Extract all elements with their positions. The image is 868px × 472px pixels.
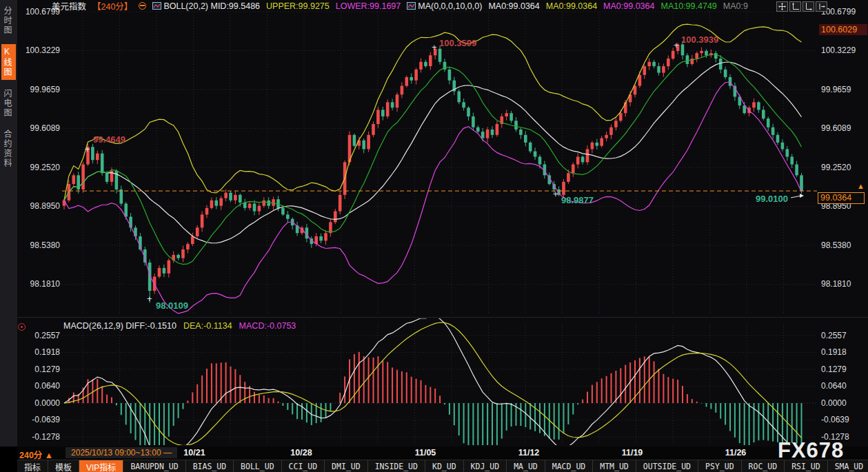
toolbar-tab-BOLL_UD[interactable]: BOLL_UD: [234, 460, 281, 472]
chart-window-controls: [776, 1, 827, 12]
macd-header-macd-diff: MACD(26,12,9) DIFF:-0.1510: [63, 321, 176, 331]
indicator-toolbar: 指标模板VIP指标BARUPDN_UDBIAS_UDBOLL_UDCCI_UDD…: [17, 460, 868, 472]
pan-right-icon[interactable]: [816, 1, 827, 12]
toolbar-tab-VIP指标[interactable]: VIP指标: [79, 460, 123, 472]
x-axis-row: 240分 ▲ 2025/10/13 09:00~13:00 — 10/2110/…: [17, 447, 868, 460]
indicator-header: 美元指数【240分】BOLL(20,2) MID:99.5486UPPER:99…: [52, 1, 748, 11]
x-axis-date: 11/19: [622, 448, 643, 458]
minus-circle-icon[interactable]: [139, 2, 146, 10]
axis-left-icon[interactable]: [789, 1, 801, 12]
header-text-ma0-magenta: MA0:99.0364: [603, 1, 654, 11]
header-segment-ma0-magenta: MA0:99.0364: [603, 1, 654, 11]
trading-app-window: 分时图K线图闪电图合约资料 美元指数【240分】BOLL(20,2) MID:9…: [0, 0, 868, 472]
toolbar-tab-MACD_UD[interactable]: MACD_UD: [545, 460, 593, 472]
toolbar-tab-MA_UD[interactable]: MA_UD: [507, 460, 545, 472]
left-sidebar: 分时图K线图闪电图合约资料: [0, 0, 17, 447]
sidebar-item-K线图[interactable]: K线图: [1, 44, 16, 80]
time-range-box: 2025/10/13 09:00~13:00 —: [65, 447, 177, 458]
header-segment-ma0-yellow: MA0:99.0364: [546, 1, 597, 11]
header-segment-collapse[interactable]: [139, 2, 146, 10]
session-high-badge: 100.6029: [819, 24, 867, 35]
x-axis-date: 10/21: [183, 448, 205, 458]
axis-right-icon[interactable]: [803, 1, 814, 12]
toolbar-tab-BIAS_UD[interactable]: BIAS_UD: [186, 460, 234, 472]
panel-separator: [17, 317, 868, 318]
macd-header: MACD(26,12,9) DIFF:-0.1510DEA:-0.1134MAC…: [63, 321, 296, 331]
header-text-boll-label: BOLL(20,2) MID:99.5486: [163, 1, 260, 11]
macd-header-macd-dea: DEA:-0.1134: [183, 321, 232, 331]
header-text-symbol: 美元指数: [52, 0, 86, 12]
header-segment-ma0-gray: MA0:9: [723, 1, 748, 11]
header-segment-boll-upper: UPPER:99.9275: [266, 1, 330, 11]
toolbar-tab-DMI_UD[interactable]: DMI_UD: [325, 460, 368, 472]
watermark: FX678: [778, 438, 844, 463]
header-text-ma-group: MA(0,0,0,10,0,0): [418, 1, 482, 11]
header-text-ma0-white: MA0:99.0364: [488, 1, 539, 11]
crosshair-move-icon[interactable]: [776, 1, 788, 12]
toolbar-tab-MTM_UD[interactable]: MTM_UD: [593, 460, 636, 472]
macd-header-macd-macd: MACD:-0.0753: [239, 321, 296, 331]
header-segment-boll-label: BOLL(20,2) MID:99.5486: [152, 1, 260, 11]
toolbar-tab-KD_UD[interactable]: KD_UD: [425, 460, 464, 472]
header-segment-period: 【240分】: [92, 0, 132, 12]
header-text-boll-upper: UPPER:99.9275: [266, 1, 330, 11]
header-text-ma0-gray: MA0:9: [723, 1, 748, 11]
header-text-ma0-yellow: MA0:99.0364: [546, 1, 597, 11]
chart-thumb-icon: [152, 2, 161, 10]
toolbar-tab-指标[interactable]: 指标: [17, 460, 48, 472]
toolbar-tab-OUTSIDE_UD[interactable]: OUTSIDE_UD: [636, 460, 698, 472]
bottom-left-corner: [0, 447, 17, 472]
header-segment-symbol: 美元指数: [52, 0, 86, 12]
macd-panel-icon[interactable]: [18, 323, 26, 331]
toolbar-tab-BARUPDN_UD[interactable]: BARUPDN_UD: [123, 460, 185, 472]
last-price-badge: 99.0364: [818, 192, 865, 204]
sidebar-item-合约资料[interactable]: 合约资料: [1, 127, 16, 171]
x-axis-date: 10/28: [290, 448, 312, 458]
sidebar-item-闪电图[interactable]: 闪电图: [1, 86, 16, 121]
toolbar-tab-PSY_UD[interactable]: PSY_UD: [698, 460, 742, 472]
header-segment-ma-group: MA(0,0,0,10,0,0): [407, 1, 482, 11]
price-up-arrow-icon: ▲: [857, 182, 865, 190]
toolbar-tab-INSIDE_UD[interactable]: INSIDE_UD: [368, 460, 425, 472]
header-text-period: 【240分】: [92, 0, 132, 12]
header-text-ma10: MA10:99.4749: [660, 1, 716, 11]
header-text-boll-lower: LOWER:99.1697: [336, 1, 401, 11]
x-axis-date: 11/05: [415, 448, 436, 458]
toolbar-tab-CCI_UD[interactable]: CCI_UD: [282, 460, 325, 472]
header-segment-boll-lower: LOWER:99.1697: [336, 1, 401, 11]
chart-canvas[interactable]: [0, 0, 868, 472]
header-segment-ma10: MA10:99.4749: [660, 1, 716, 11]
toolbar-tab-KDJ_UD[interactable]: KDJ_UD: [464, 460, 507, 472]
sidebar-item-分时图[interactable]: 分时图: [1, 3, 16, 38]
toolbar-tab-模板[interactable]: 模板: [48, 460, 79, 472]
header-segment-ma0-white: MA0:99.0364: [488, 1, 539, 11]
x-axis-date: 11/12: [518, 448, 540, 458]
chart-thumb-icon: [407, 2, 416, 10]
x-axis-date: 11/26: [725, 448, 747, 458]
